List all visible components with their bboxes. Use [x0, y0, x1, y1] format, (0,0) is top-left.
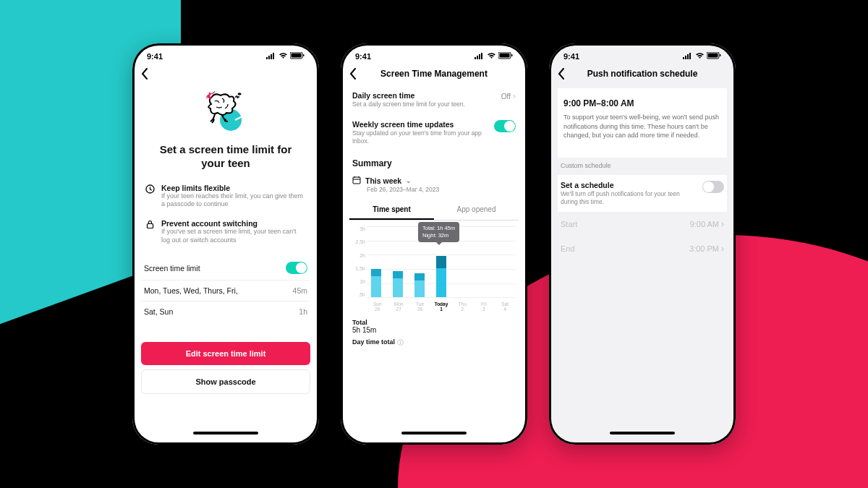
feature-prevent-switch: Prevent account switching If you've set …: [141, 216, 310, 252]
screen-time-toggle[interactable]: [286, 262, 307, 274]
edit-limit-button[interactable]: Edit screen time limit: [141, 342, 310, 365]
summary-heading: Summary: [349, 151, 519, 171]
end-value: 3:00 PM: [689, 244, 719, 253]
svg-rect-20: [687, 54, 689, 59]
row-desc: Set a daily screen time limit for your t…: [352, 100, 465, 108]
chart-tooltip: Total: 1h 45m Night: 32m: [418, 222, 459, 242]
svg-rect-18: [683, 57, 684, 59]
svg-rect-11: [477, 56, 478, 59]
week-selector[interactable]: This week ⌄: [349, 171, 519, 186]
svg-rect-21: [689, 53, 691, 59]
weekday-limit-row[interactable]: Mon, Tues, Wed, Thurs, Fri, 45m: [141, 280, 310, 301]
phone-push-schedule: 9:41 Push notification schedule 9:00 PM–…: [549, 43, 736, 445]
battery-icon: [290, 52, 305, 61]
usage-bar-chart: 3h2.5h2h1.5h1h.5h Sun26Mon27Tue28Today1T…: [349, 221, 519, 314]
signal-icon: [266, 52, 276, 61]
back-icon[interactable]: [141, 68, 153, 80]
home-indicator[interactable]: [193, 432, 258, 435]
x-axis-label: Tue28: [409, 301, 430, 312]
row-label: Set a schedule: [561, 181, 697, 189]
brain-illustration: [141, 85, 310, 143]
toggle-label: Screen time limit: [144, 264, 200, 273]
wifi-icon: [487, 52, 496, 61]
row-desc: We'll turn off push notifications for yo…: [561, 190, 697, 206]
show-passcode-button[interactable]: Show passcode: [141, 369, 310, 394]
lock-icon: [145, 219, 156, 244]
x-axis-label: Sat4: [495, 301, 516, 312]
week-label: This week: [365, 176, 401, 185]
mandatory-desc: To support your teen's well-being, we wo…: [561, 113, 724, 150]
total-label: Total: [352, 319, 516, 326]
battery-icon: [498, 52, 513, 61]
feature-flexible: Keep limits flexible If your teen reache…: [141, 181, 310, 216]
chevron-down-icon: ⌄: [406, 177, 412, 184]
nav-row: Push notification schedule: [558, 65, 727, 85]
row-label: Daily screen time: [352, 91, 465, 100]
svg-rect-5: [292, 53, 302, 58]
home-indicator[interactable]: [610, 432, 675, 435]
svg-rect-23: [708, 53, 718, 58]
status-time: 9:41: [563, 52, 579, 61]
end-label: End: [561, 244, 575, 253]
svg-rect-3: [273, 53, 274, 59]
start-label: Start: [561, 220, 577, 228]
x-axis-label: Fri3: [473, 301, 494, 312]
calendar-icon: [352, 176, 361, 186]
svg-rect-24: [720, 54, 721, 56]
svg-rect-1: [268, 56, 270, 59]
chart-bar[interactable]: [371, 269, 381, 297]
limit-value: 1h: [299, 307, 307, 316]
feature-title: Prevent account switching: [161, 219, 306, 228]
limit-value: 45m: [293, 286, 307, 295]
status-time: 9:41: [147, 52, 163, 61]
svg-rect-19: [685, 56, 686, 59]
svg-rect-9: [148, 223, 153, 228]
chart-bar[interactable]: [393, 271, 403, 297]
daily-screen-time-row[interactable]: Daily screen time Set a daily screen tim…: [349, 85, 519, 114]
row-desc: Stay updated on your teen's time from yo…: [352, 129, 490, 145]
weekend-limit-row[interactable]: Sat, Sun 1h: [141, 301, 310, 322]
row-label: Weekly screen time updates: [352, 120, 490, 129]
day-total-label: Day time total: [352, 338, 395, 346]
chevron-right-icon: ›: [721, 244, 724, 254]
tooltip-night: Night: 32m: [422, 232, 455, 239]
week-range: Feb 26, 2023–Mar 4, 2023: [349, 186, 519, 197]
start-time-row[interactable]: Start 9:00 AM ›: [558, 212, 727, 236]
feature-desc: If your teen reaches their limit, you ca…: [161, 192, 306, 209]
totals-section: Total 5h 15m Day time total i: [349, 314, 519, 350]
clock-icon: [145, 184, 156, 209]
end-time-row[interactable]: End 3:00 PM ›: [558, 236, 727, 261]
svg-rect-15: [500, 53, 510, 58]
status-bar: 9:41: [349, 51, 519, 65]
set-schedule-toggle[interactable]: [702, 181, 724, 193]
days-label: Sat, Sun: [144, 307, 173, 316]
phone-screen-time-limit: 9:41 Set a screen time limit for your te…: [132, 43, 319, 445]
nav-row: [141, 65, 310, 85]
total-value: 5h 15m: [352, 326, 516, 338]
x-axis-label: Thu2: [452, 301, 473, 312]
feature-desc: If you've set a screen time limit, your …: [161, 228, 306, 244]
row-value: Off: [501, 93, 511, 100]
home-indicator[interactable]: [401, 432, 467, 435]
x-axis-label: Mon27: [388, 301, 409, 312]
svg-rect-12: [479, 54, 480, 59]
status-icons: [266, 52, 305, 61]
days-label: Mon, Tues, Wed, Thurs, Fri,: [144, 286, 238, 295]
svg-rect-6: [303, 54, 305, 56]
feature-title: Keep limits flexible: [161, 184, 306, 192]
tooltip-total: Total: 1h 45m: [422, 225, 455, 232]
svg-rect-16: [511, 54, 513, 56]
x-axis-label: Sun26: [367, 301, 388, 312]
phone-screen-time-management: 9:41 Screen Time Management Daily screen…: [341, 43, 527, 445]
weekly-updates-toggle[interactable]: [494, 120, 516, 132]
chart-bar[interactable]: [414, 273, 425, 297]
info-icon[interactable]: i: [397, 339, 404, 346]
svg-rect-0: [266, 57, 268, 59]
weekly-updates-row: Weekly screen time updates Stay updated …: [349, 114, 519, 151]
chevron-right-icon: ›: [721, 219, 724, 229]
set-schedule-row: Set a schedule We'll turn off push notif…: [558, 175, 727, 212]
tab-app-opened[interactable]: App opened: [434, 200, 519, 220]
chart-bar[interactable]: [436, 256, 446, 297]
svg-rect-17: [353, 177, 360, 184]
tab-time-spent[interactable]: Time spent: [349, 200, 434, 220]
